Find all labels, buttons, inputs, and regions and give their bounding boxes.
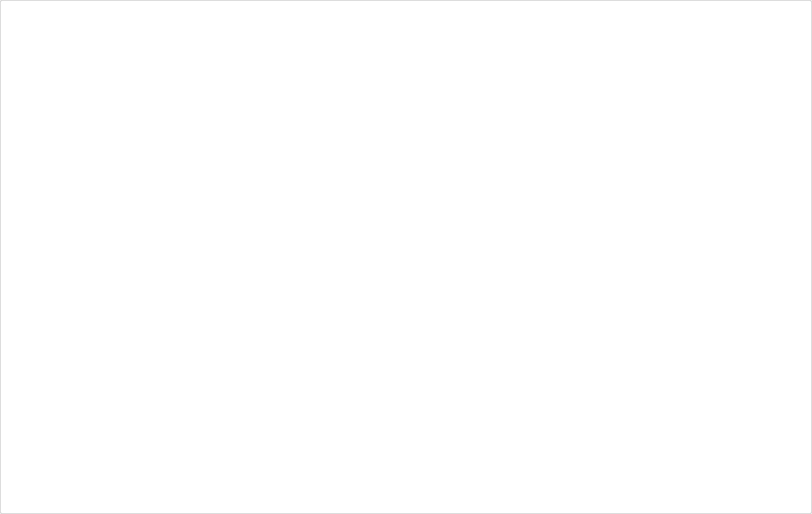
icon-reference-panel [0, 0, 812, 514]
